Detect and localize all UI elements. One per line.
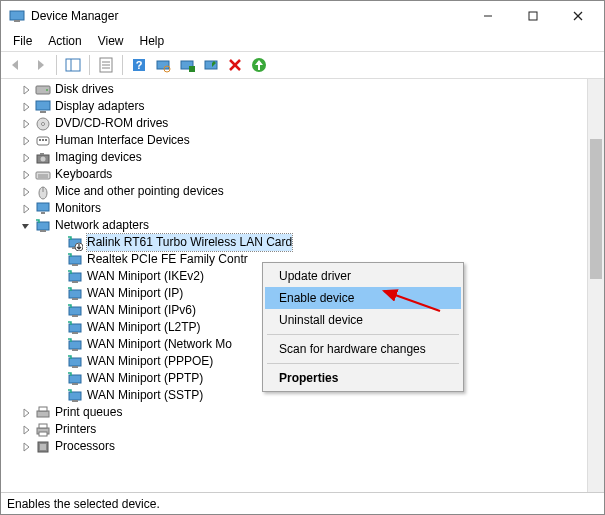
device-manager-window: Device Manager File Action View Help ? D…: [0, 0, 605, 515]
ctx-properties[interactable]: Properties: [265, 367, 461, 389]
scan-hardware-button[interactable]: [152, 54, 174, 76]
category-label: Monitors: [55, 200, 101, 217]
tree-category[interactable]: Printers: [1, 421, 587, 438]
svg-rect-60: [72, 366, 78, 368]
tree-category[interactable]: Print queues: [1, 404, 587, 421]
ctx-enable-device[interactable]: Enable device: [265, 287, 461, 309]
svg-rect-30: [42, 139, 44, 141]
help-button[interactable]: ?: [128, 54, 150, 76]
category-label: Network adapters: [55, 217, 149, 234]
menu-file[interactable]: File: [5, 32, 40, 50]
svg-rect-53: [69, 307, 81, 315]
expand-icon[interactable]: [19, 185, 33, 199]
properties-button[interactable]: [95, 54, 117, 76]
tree-category[interactable]: Processors: [1, 438, 587, 455]
app-icon: [9, 8, 25, 24]
tree-category[interactable]: Display adapters: [1, 98, 587, 115]
svg-rect-52: [72, 298, 78, 300]
maximize-button[interactable]: [510, 2, 555, 30]
svg-rect-66: [39, 407, 47, 411]
display-icon: [35, 99, 51, 115]
svg-rect-1: [14, 20, 20, 22]
expand-icon[interactable]: [19, 406, 33, 420]
svg-rect-63: [69, 392, 81, 400]
svg-rect-62: [72, 383, 78, 385]
svg-rect-34: [40, 153, 44, 155]
net-icon: [35, 218, 51, 234]
svg-rect-55: [69, 324, 81, 332]
device-label: WAN Miniport (IKEv2): [87, 268, 204, 285]
menu-help[interactable]: Help: [132, 32, 173, 50]
expand-icon[interactable]: [19, 151, 33, 165]
toolbar: ?: [1, 51, 604, 79]
tree-device[interactable]: Ralink RT61 Turbo Wireless LAN Card: [1, 234, 587, 251]
expand-icon[interactable]: [19, 100, 33, 114]
tree-category[interactable]: Imaging devices: [1, 149, 587, 166]
svg-point-27: [42, 122, 45, 125]
category-label: Display adapters: [55, 98, 144, 115]
ctx-uninstall-device[interactable]: Uninstall device: [265, 309, 461, 331]
svg-rect-43: [40, 230, 46, 232]
hid-icon: [35, 133, 51, 149]
tree-category[interactable]: DVD/CD-ROM drives: [1, 115, 587, 132]
tree-category[interactable]: Disk drives: [1, 81, 587, 98]
status-text: Enables the selected device.: [7, 497, 160, 511]
vertical-scrollbar[interactable]: [587, 79, 604, 492]
category-label: Printers: [55, 421, 96, 438]
context-menu: Update driver Enable device Uninstall de…: [262, 262, 464, 392]
tree-category[interactable]: Human Interface Devices: [1, 132, 587, 149]
ctx-update-driver[interactable]: Update driver: [265, 265, 461, 287]
svg-rect-57: [69, 341, 81, 349]
device-label: WAN Miniport (IPv6): [87, 302, 196, 319]
separator: [89, 55, 90, 75]
tree-category[interactable]: Mice and other pointing devices: [1, 183, 587, 200]
category-label: Imaging devices: [55, 149, 142, 166]
back-button[interactable]: [5, 54, 27, 76]
expand-icon[interactable]: [19, 134, 33, 148]
expand-icon[interactable]: [19, 168, 33, 182]
svg-rect-3: [529, 12, 537, 20]
close-button[interactable]: [555, 2, 600, 30]
menu-action[interactable]: Action: [40, 32, 89, 50]
enable-device-button[interactable]: [200, 54, 222, 76]
svg-rect-58: [72, 349, 78, 351]
cpu-icon: [35, 439, 51, 455]
tree-category[interactable]: Network adapters: [1, 217, 587, 234]
svg-rect-17: [189, 66, 195, 72]
collapse-icon[interactable]: [19, 219, 33, 233]
statusbar: Enables the selected device.: [1, 492, 604, 514]
svg-rect-61: [69, 375, 81, 383]
expand-icon[interactable]: [19, 423, 33, 437]
svg-rect-41: [41, 212, 45, 214]
dvd-icon: [35, 116, 51, 132]
svg-rect-25: [40, 111, 46, 113]
device-label: WAN Miniport (SSTP): [87, 387, 203, 404]
svg-rect-49: [69, 273, 81, 281]
network-adapter-icon: [67, 252, 83, 268]
network-adapter-icon: [67, 286, 83, 302]
expand-icon[interactable]: [19, 440, 33, 454]
forward-button[interactable]: [29, 54, 51, 76]
tree-category[interactable]: Monitors: [1, 200, 587, 217]
show-hide-tree-button[interactable]: [62, 54, 84, 76]
expand-icon[interactable]: [19, 202, 33, 216]
category-label: Print queues: [55, 404, 122, 421]
menu-view[interactable]: View: [90, 32, 132, 50]
tree-category[interactable]: Keyboards: [1, 166, 587, 183]
ctx-scan-hardware[interactable]: Scan for hardware changes: [265, 338, 461, 360]
svg-rect-29: [39, 139, 41, 141]
uninstall-device-button[interactable]: [224, 54, 246, 76]
svg-rect-47: [69, 256, 81, 264]
svg-rect-40: [37, 203, 49, 211]
expand-icon[interactable]: [19, 83, 33, 97]
up-arrow-button[interactable]: [248, 54, 270, 76]
update-driver-button[interactable]: [176, 54, 198, 76]
category-label: Disk drives: [55, 81, 114, 98]
minimize-button[interactable]: [465, 2, 510, 30]
scrollbar-thumb[interactable]: [590, 139, 602, 279]
titlebar: Device Manager: [1, 1, 604, 31]
svg-rect-48: [72, 264, 78, 266]
separator: [122, 55, 123, 75]
expand-icon[interactable]: [19, 117, 33, 131]
svg-rect-50: [72, 281, 78, 283]
